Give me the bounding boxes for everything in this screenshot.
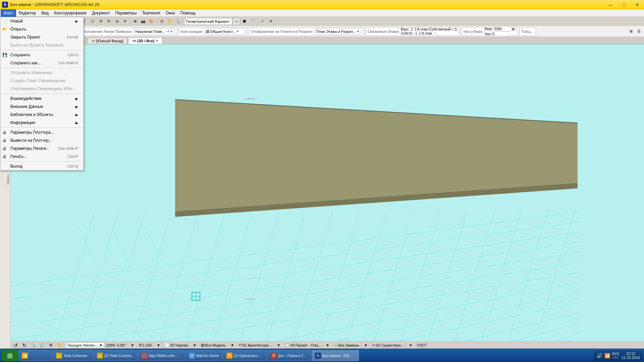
taskbar-totalcmd1[interactable]: 🗂 Total Comman...	[53, 350, 93, 361]
menu-window[interactable]: Окно	[163, 9, 178, 17]
print-params-shortcut: Ctrl+Shift+P	[58, 146, 78, 150]
menu-help[interactable]: Помощь	[178, 9, 199, 17]
menu-publish-bim: Опубликовать Гипермодель BIMx...	[0, 85, 84, 93]
render-btn[interactable]: 🎨	[148, 18, 155, 25]
menu-save[interactable]: 💾 Сохранить Ctrl+S	[0, 51, 84, 59]
zoom-in-status[interactable]: 🔍	[30, 342, 37, 349]
zoom-out-status[interactable]: 🔎	[38, 342, 46, 349]
totalcmd2-icon: 🗂	[97, 353, 103, 359]
poly-tool[interactable]: ⬟	[241, 18, 248, 25]
polygon-btn[interactable]: ⬡	[89, 18, 96, 25]
scale-arrow[interactable]: ▼	[155, 342, 162, 349]
menu-document[interactable]: Документ	[89, 9, 112, 17]
menu-plot[interactable]: 🖨 Вывести на Плоттер...	[0, 136, 84, 144]
check-btn[interactable]: ✓	[259, 18, 267, 25]
rotate-btn[interactable]: ↻	[105, 18, 112, 25]
scale-indicator: ⊟	[139, 343, 142, 347]
menu-external-data[interactable]: Внешние Данные ▶	[0, 103, 84, 111]
menu-params[interactable]: Параметры	[112, 9, 139, 17]
volume-icon[interactable]: 🔊	[597, 353, 602, 358]
redo-status[interactable]: ↻	[21, 342, 28, 349]
scale-value: 1:100	[143, 343, 152, 347]
app-icon: A	[2, 2, 8, 8]
model-arrow[interactable]: ▼	[229, 342, 236, 349]
taskbar-mail[interactable]: ✉ Mail.Ru Агент	[186, 350, 223, 361]
tab-3d-close[interactable]: ✕	[156, 39, 158, 43]
hi-value-input[interactable]	[494, 26, 511, 31]
maximize-button[interactable]: □	[617, 0, 631, 9]
menu-teamwork[interactable]: Teamwork	[139, 9, 163, 17]
exist-arrow[interactable]: ▼	[407, 342, 414, 349]
taskbar-yandex[interactable]: Я днс - Поиск в Г...	[268, 350, 311, 361]
line-placement-dropdown[interactable]: Наружная Пове... ⊣ ▼	[133, 28, 174, 35]
taskbar-explorer[interactable]: 📁	[19, 350, 52, 361]
start-button[interactable]: ⊞	[1, 350, 18, 361]
minimize-button[interactable]: —	[604, 0, 617, 9]
lang-display[interactable]: РУС INTL	[612, 352, 620, 359]
menu-close-project[interactable]: Закрыть Проект Ctrl+W	[0, 33, 84, 41]
network-icon[interactable]: 📶	[604, 353, 610, 358]
angle-dropdown[interactable]: ▼	[129, 342, 136, 349]
construction-value: Общая Конст...	[210, 29, 235, 34]
totalcmd1-icon: 🗂	[56, 353, 62, 359]
clock-display[interactable]: 22:12 12.10.2016	[622, 352, 640, 360]
tabs-bar: ▭ [Южный Фасад] ▭ [3D / Все] ✕	[0, 37, 644, 44]
cancel-edit-btn[interactable]: ✕	[267, 18, 275, 25]
construction-dropdown[interactable]: ▧ Общая Конст... ▼	[204, 28, 245, 35]
close-shape-btn[interactable]: ✕	[121, 18, 128, 25]
arch-arrow[interactable]: ▼	[275, 342, 282, 349]
layer-arrow[interactable]: ▼	[191, 342, 198, 349]
zoom-dropdown[interactable]: Текущее Увелич... ▼	[66, 343, 104, 348]
hi-increment[interactable]: ▶	[512, 26, 516, 31]
scale-btn[interactable]: ⇲	[113, 18, 120, 25]
exit-shortcut: Ctrl+Q	[67, 164, 78, 168]
arc-tool[interactable]: ⌒	[249, 18, 256, 25]
pan3d-btn[interactable]: ✋	[166, 18, 173, 25]
menu-interaction[interactable]: Взаимодействие ▶	[0, 95, 84, 103]
display-dropdown[interactable]: План Этажа и Разрез... ▼	[315, 28, 362, 35]
own-floor-label: Собств.:	[401, 32, 414, 35]
camera-btn[interactable]: 📷	[140, 18, 147, 25]
menu-file[interactable]: Файл	[1, 9, 16, 17]
proj-arrow[interactable]: ▼	[324, 342, 331, 349]
pan-status[interactable]: ✋	[56, 342, 63, 349]
save-label: Сохранить	[10, 53, 31, 57]
view-icon-1[interactable]: ⊞	[627, 28, 635, 35]
rect-tool[interactable]: ▭	[233, 18, 240, 25]
status-bar: ↺ ↻ 🔍 🔎 ⊞ ✋ Текущее Увелич... ▼ 100% 0,0…	[11, 341, 644, 349]
zoom3d-btn[interactable]: 🔍	[174, 18, 181, 25]
menu-print-params[interactable]: 🖨 Параметры Печати... Ctrl+Shift+P	[0, 144, 84, 153]
menu-editor[interactable]: Редактор	[16, 9, 39, 17]
view3d-btn[interactable]: 👁	[131, 18, 139, 25]
tab-south-facade-icon: ▭	[92, 39, 95, 43]
tab-3d-all[interactable]: ▭ [3D / Все] ✕	[128, 37, 163, 44]
menu-new[interactable]: 📄 Новый ▶	[0, 17, 84, 25]
orbit-btn[interactable]: ⊙	[158, 18, 165, 25]
taskbar-browser[interactable]: 🌐 http://3ddd.ru/fo...	[138, 350, 185, 361]
taskbar-odnoklassniki[interactable]: A (1) Однокласс...	[223, 350, 267, 361]
move-btn[interactable]: ✛	[97, 18, 104, 25]
replace-arrow[interactable]: ▼	[362, 342, 369, 349]
hi-lo-label: Низ и Верх:	[464, 29, 483, 34]
undo-status[interactable]: ↺	[12, 342, 19, 349]
std-item: ГОСТ	[416, 342, 428, 349]
menu-print[interactable]: 🖨 Печать... Ctrl+P	[0, 153, 84, 161]
taskbar-archicad[interactable]: A Без имени - GR...	[312, 350, 359, 361]
menu-exit[interactable]: Выход Ctrl+Q	[0, 162, 84, 170]
tab-south-facade[interactable]: ▭ [Южный Фасад]	[87, 37, 127, 44]
taskbar-totalcmd2[interactable]: 🗂 [2] Total Comma...	[94, 350, 138, 361]
view-icon-2[interactable]: ☰	[635, 28, 643, 35]
menu-view[interactable]: Вид	[39, 9, 51, 17]
menu-open[interactable]: 📂 Открыть	[0, 25, 84, 33]
menu-plotter-params[interactable]: 🖨 Параметры Плоттера...	[0, 128, 84, 136]
lo-value-input[interactable]	[492, 32, 509, 36]
close-button[interactable]: ✕	[631, 0, 644, 9]
menu-design[interactable]: Конструирование	[51, 9, 89, 17]
zoom-percent[interactable]: 100%	[107, 342, 114, 349]
menu-save-as[interactable]: Сохранить как... Ctrl+Shift+S	[0, 59, 84, 67]
viewport-3d[interactable]	[11, 44, 644, 341]
dm-sep-3	[0, 94, 84, 94]
fit-status[interactable]: ⊞	[47, 342, 54, 349]
menu-libraries[interactable]: Библиотеки и Объекты ▶	[0, 111, 84, 119]
menu-info[interactable]: Информация ▶	[0, 119, 84, 127]
